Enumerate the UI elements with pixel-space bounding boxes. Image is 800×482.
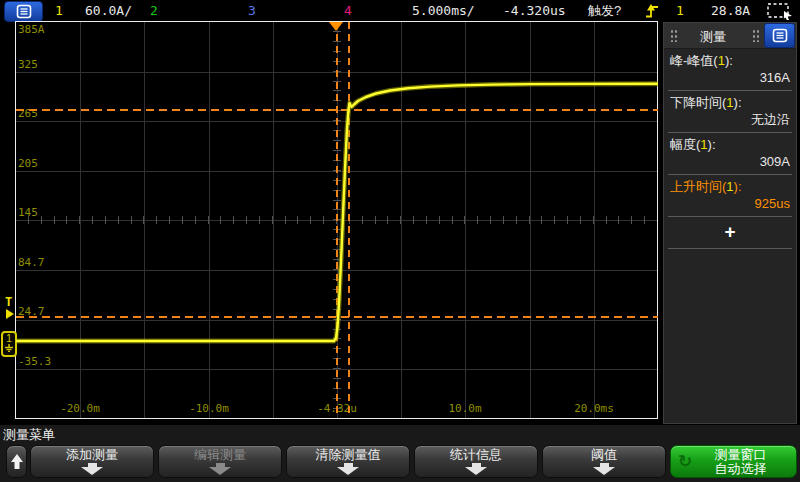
- timebase-readout[interactable]: 5.000ms/: [412, 4, 475, 18]
- down-arrow-icon: [465, 463, 487, 475]
- channel-1-ground-marker[interactable]: 1: [1, 331, 17, 357]
- delay-readout[interactable]: -4.320us: [503, 4, 566, 18]
- measurement-row-rise-time-selected[interactable]: 上升时间(1): 925us: [664, 175, 796, 217]
- panel-title: 测量: [664, 28, 762, 46]
- trigger-source: 1: [676, 4, 684, 18]
- measurement-channel: 1: [700, 137, 707, 152]
- measurement-panel: 测量 峰-峰值(1): 316A 下降时间(1): 无边沿 幅度(1): 309…: [663, 22, 797, 424]
- channel-1-marker-number: 1: [3, 334, 15, 344]
- menu-back-button[interactable]: [6, 445, 27, 478]
- down-arrow-icon: [593, 463, 615, 475]
- channel-3-badge[interactable]: 3: [248, 4, 256, 18]
- measurement-value: 316A: [670, 70, 790, 86]
- softkey-edit-measurement: 编辑测量: [158, 445, 282, 478]
- measurement-name: 峰-峰值: [670, 53, 713, 68]
- drag-grip-icon[interactable]: [752, 29, 759, 42]
- softkey-measurement-window[interactable]: ↻ 测量窗口 自动选择: [670, 445, 797, 478]
- trigger-level-readout[interactable]: 28.8A: [711, 4, 750, 18]
- menu-title: 测量菜单: [3, 426, 55, 444]
- oscilloscope-screen: 1 60.0A/ 2 3 4 5.000ms/ -4.320us 触发? 1 2…: [0, 0, 800, 482]
- trigger-status: 触发?: [588, 4, 621, 18]
- measurement-name: 下降时间: [670, 95, 722, 110]
- channel-4-badge[interactable]: 4: [344, 4, 352, 18]
- trigger-level-arrow[interactable]: [6, 309, 14, 319]
- measurement-channel: 1: [718, 53, 725, 68]
- channel-1-scale[interactable]: 60.0A/: [85, 4, 132, 18]
- channel-1-badge[interactable]: 1: [55, 4, 63, 18]
- trigger-level-marker-label: T: [5, 295, 12, 309]
- up-arrow-icon-stem: [14, 461, 19, 469]
- down-arrow-icon: [209, 463, 231, 475]
- ground-icon: [4, 344, 14, 352]
- measurement-value: 309A: [670, 154, 790, 170]
- measurement-row-peak-peak[interactable]: 峰-峰值(1): 316A: [664, 49, 796, 91]
- add-measurement-row[interactable]: +: [664, 217, 796, 249]
- softkey-statistics[interactable]: 统计信息: [414, 445, 538, 478]
- measurement-value: 925us: [670, 196, 790, 212]
- measurement-value: 无边沿: [670, 112, 790, 128]
- down-arrow-icon: [81, 463, 103, 475]
- top-status-bar: 1 60.0A/ 2 3 4 5.000ms/ -4.320us 触发? 1 2…: [0, 0, 800, 22]
- plus-icon[interactable]: +: [664, 221, 796, 243]
- measurement-name: 上升时间: [670, 179, 722, 194]
- measurement-channel: 1: [726, 179, 733, 194]
- measurement-row-fall-time[interactable]: 下降时间(1): 无边沿: [664, 91, 796, 133]
- measurement-panel-header[interactable]: 测量: [664, 23, 796, 49]
- panel-menu-button[interactable]: [764, 23, 795, 48]
- down-arrow-icon: [337, 463, 359, 475]
- measurement-row-amplitude[interactable]: 幅度(1): 309A: [664, 133, 796, 175]
- measurement-name: 幅度: [670, 137, 696, 152]
- channel-2-badge[interactable]: 2: [150, 4, 158, 18]
- trigger-edge-icon: [645, 3, 659, 23]
- softkey-menu-bar: 测量菜单 添加测量 编辑测量 清除测量值 统计信息 阈值 ↻ 测量窗口: [0, 425, 800, 482]
- channel-1-waveform: [16, 22, 658, 419]
- softkey-add-measurement[interactable]: 添加测量: [30, 445, 154, 478]
- hamburger-menu-icon: [16, 4, 32, 19]
- softkey-clear-measurements[interactable]: 清除测量值: [286, 445, 410, 478]
- softkey-thresholds[interactable]: 阈值: [542, 445, 666, 478]
- hamburger-menu-icon: [772, 28, 788, 43]
- main-menu-button[interactable]: [4, 1, 43, 22]
- selection-cursor-icon[interactable]: [767, 3, 791, 19]
- measurement-channel: 1: [726, 95, 733, 110]
